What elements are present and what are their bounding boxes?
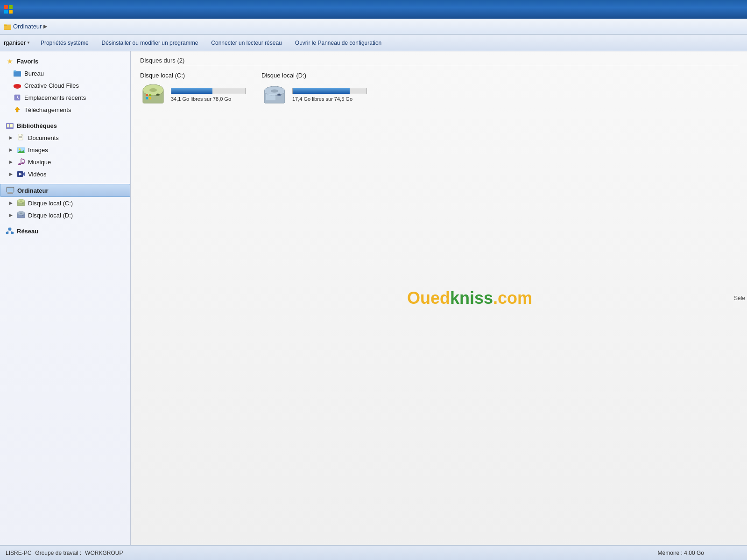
windows-icon	[4, 5, 13, 14]
disk-d-icon-container	[261, 84, 288, 106]
content-area: Disques durs (2) Disque local (C:)	[131, 51, 747, 545]
main-layout: ★ Favoris Bureau	[0, 51, 747, 545]
svg-rect-36	[8, 192, 12, 193]
sidebar: ★ Favoris Bureau	[0, 51, 131, 545]
favoris-label: Favoris	[17, 58, 38, 65]
disk-c-item[interactable]: Disque local (C:)	[140, 72, 243, 106]
watermark-com: .com	[493, 288, 532, 308]
memory-value: 4,00 Go	[684, 550, 704, 556]
bureau-icon	[13, 69, 21, 77]
recent-icon	[13, 93, 21, 102]
folder-breadcrumb-icon	[4, 23, 11, 30]
svg-rect-48	[11, 232, 14, 234]
organiser-label: rganiser	[4, 39, 26, 46]
sidebar-bibliotheques-header[interactable]: Bibliothèques	[0, 119, 130, 132]
download-icon	[13, 105, 21, 114]
documents-text: Documents	[28, 134, 59, 141]
sidebar-reseau-header[interactable]: Réseau	[0, 225, 130, 237]
breadcrumb-separator: ▶	[43, 23, 47, 29]
disk-c-icon-container	[140, 84, 166, 106]
disk-d-drive-icon	[262, 84, 287, 105]
ordinateur-text: Ordinateur	[17, 187, 48, 194]
disk-c-visual: 34,1 Go libres sur 78,0 Go	[140, 84, 243, 106]
sidebar-item-emplacements-recents[interactable]: Emplacements récents	[0, 91, 130, 104]
svg-point-40	[20, 201, 22, 202]
svg-rect-46	[8, 228, 11, 230]
svg-point-55	[157, 94, 159, 95]
bibliotheques-icon	[6, 121, 14, 130]
title-bar	[0, 0, 747, 19]
memory-info: Mémoire : 4,00 Go	[658, 550, 704, 556]
breadcrumb-bar: Ordinateur ▶	[0, 19, 747, 35]
workgroup-name: WORKGROUP	[85, 550, 123, 556]
sidebar-ordinateur-header[interactable]: Ordinateur	[0, 184, 130, 197]
svg-rect-56	[146, 94, 148, 96]
disk-d-item[interactable]: Disque local (D:)	[261, 72, 364, 106]
reseau-text: Réseau	[17, 228, 38, 235]
svg-rect-35	[7, 188, 14, 192]
musique-expand: ▶	[9, 160, 14, 164]
svg-point-45	[22, 215, 24, 216]
sidebar-item-musique[interactable]: ▶ Musique	[0, 156, 130, 168]
creative-cloud-icon	[13, 81, 21, 90]
computer-name: LISRE-PC	[6, 550, 31, 556]
disk-c-info: 34,1 Go libres sur 78,0 Go	[171, 88, 246, 102]
svg-line-28	[21, 159, 24, 160]
star-icon: ★	[6, 57, 14, 65]
disk-d-progress-bar	[292, 88, 367, 94]
svg-rect-3	[9, 10, 13, 14]
watermark-oued: Oued	[407, 288, 450, 308]
right-panel-label: Séle	[734, 295, 747, 301]
svg-rect-18	[10, 124, 13, 127]
organiser-button[interactable]: rganiser ▼	[4, 39, 30, 46]
disk-d-name: Disque local (D:)	[261, 72, 364, 79]
disk-c-size-text: 34,1 Go libres sur 78,0 Go	[171, 96, 246, 102]
panneau-config-button[interactable]: Ouvrir le Panneau de configuration	[292, 38, 384, 48]
workgroup-label: Groupe de travail :	[35, 550, 81, 556]
images-expand: ▶	[9, 147, 14, 152]
proprietes-systeme-button[interactable]: Propriétés système	[38, 38, 92, 48]
svg-rect-65	[266, 94, 275, 100]
disk-d-sidebar-text: Disque local (D:)	[28, 212, 73, 219]
svg-rect-37	[7, 193, 13, 194]
svg-rect-7	[14, 71, 21, 77]
svg-point-53	[149, 88, 157, 92]
sidebar-item-videos[interactable]: ▶ Vidéos	[0, 168, 130, 180]
images-text: Images	[28, 147, 48, 154]
sidebar-section-bibliotheques: Bibliothèques ▶ Documents ▶	[0, 119, 130, 180]
emplacements-recents-text: Emplacements récents	[24, 94, 86, 101]
sidebar-item-disk-c[interactable]: ▶ Disque local (C:)	[0, 197, 130, 209]
svg-rect-0	[4, 5, 8, 9]
svg-rect-6	[4, 24, 7, 25]
svg-point-41	[22, 203, 24, 203]
images-icon	[17, 146, 25, 154]
sidebar-item-disk-d[interactable]: ▶ Disque local (D:)	[0, 209, 130, 221]
sidebar-item-bureau[interactable]: Bureau	[0, 67, 130, 79]
status-bar: LISRE-PC Groupe de travail : WORKGROUP M…	[0, 545, 747, 560]
svg-line-49	[7, 230, 10, 232]
videos-icon	[17, 170, 25, 178]
ordinateur-icon	[6, 186, 14, 195]
organiser-dropdown-arrow: ▼	[27, 41, 30, 45]
reseau-icon	[6, 227, 14, 235]
svg-point-64	[278, 94, 280, 95]
musique-text: Musique	[28, 159, 51, 166]
watermark: Oued kniss .com	[407, 288, 532, 308]
svg-rect-8	[14, 70, 16, 72]
sidebar-section-favoris: ★ Favoris Bureau	[0, 55, 130, 116]
watermark-kniss: kniss	[450, 288, 493, 308]
sidebar-item-creative-cloud[interactable]: Creative Cloud Files	[0, 79, 130, 91]
bureau-text: Bureau	[24, 70, 44, 77]
musique-icon	[17, 158, 25, 166]
disk-c-icon	[17, 199, 25, 207]
connecter-lecteur-button[interactable]: Connecter un lecteur réseau	[208, 38, 284, 48]
breadcrumb-ordinateur[interactable]: Ordinateur	[13, 23, 42, 30]
sidebar-item-documents[interactable]: ▶ Documents	[0, 132, 130, 144]
sidebar-item-telechargements[interactable]: Téléchargements	[0, 104, 130, 116]
desinstaller-button[interactable]: Désinstaller ou modifier un programme	[99, 38, 201, 48]
svg-rect-2	[4, 10, 8, 14]
sidebar-item-images[interactable]: ▶ Images	[0, 144, 130, 156]
telechargements-text: Téléchargements	[24, 106, 71, 113]
disk-c-progress-bar	[171, 88, 246, 94]
documents-expand: ▶	[9, 135, 14, 140]
